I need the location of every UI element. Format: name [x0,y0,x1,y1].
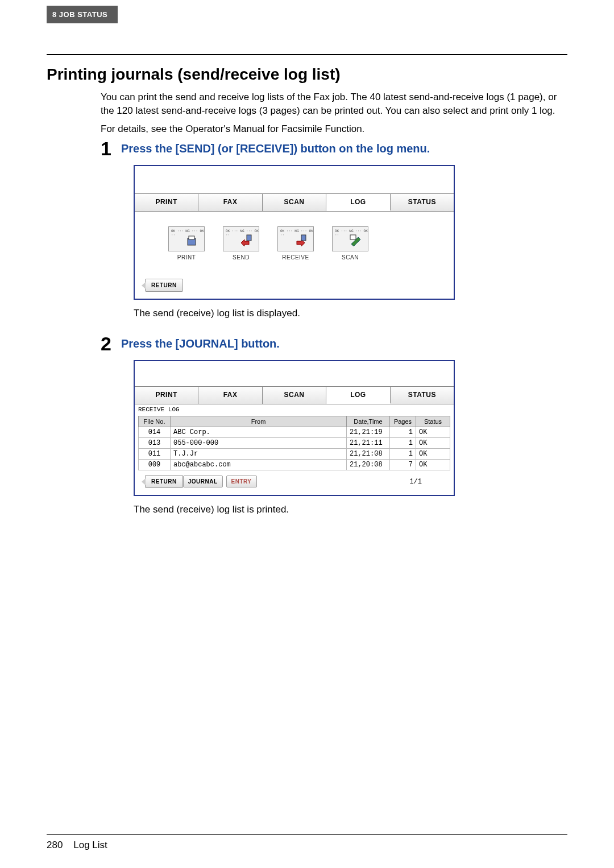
footer-section: Log List [73,840,107,850]
top-rule [47,54,567,55]
table-row[interactable]: 011 T.J.Jr 21,21:08 1 OK [139,449,450,460]
tab-row: PRINT FAX SCAN LOG STATUS [135,193,454,212]
table-row[interactable]: 013 055-000-000 21,21:11 1 OK [139,438,450,449]
return-button-2[interactable]: RETURN [145,475,183,488]
step-1-text: Press the [SEND] (or [RECEIVE]) button o… [121,139,430,155]
tab-print[interactable]: PRINT [135,194,198,211]
receive-log-sublabel: RECEIVE LOG [135,404,454,415]
send-log-icon: OK ··· NG ··· OK ·· [223,226,259,251]
tab-fax[interactable]: FAX [198,194,262,211]
chapter-header-tab: 8 JOB STATUS [47,6,118,23]
step-1-caption: The send (receive) log list is displayed… [134,308,567,319]
col-from: From [171,416,347,427]
tab2-print[interactable]: PRINT [135,387,198,404]
tab2-status[interactable]: STATUS [391,387,454,404]
step-2: 2 Press the [JOURNAL] button. [101,334,567,353]
pager-indicator: 1/1 [409,478,448,486]
scan-log-icon: OK ··· NG ··· OK ·· [332,226,368,251]
send-log-label: SEND [233,254,250,261]
entry-button[interactable]: ENTRY [226,476,257,487]
tab-status[interactable]: STATUS [391,194,454,211]
tab2-scan[interactable]: SCAN [263,387,326,404]
page-footer: 280 Log List [47,834,567,851]
print-log-label: PRINT [177,254,196,261]
col-pages: Pages [390,416,416,427]
log-send-button[interactable]: OK ··· NG ··· OK ·· SEND [219,226,263,261]
tab-scan[interactable]: SCAN [263,194,326,211]
journal-button[interactable]: JOURNAL [183,476,223,487]
step-2-text: Press the [JOURNAL] button. [121,334,280,350]
scan-log-label: SCAN [342,254,359,261]
intro-paragraph-1: You can print the send and receive log l… [101,90,567,118]
step-2-caption: The send (receive) log list is printed. [134,504,567,515]
log-receive-button[interactable]: OK ··· NG ··· OK ·· RECEIVE [273,226,318,261]
receive-log-panel: PRINT FAX SCAN LOG STATUS RECEIVE LOG Fi… [134,360,455,496]
col-status: Status [416,416,450,427]
step-1-number: 1 [101,139,118,158]
receive-log-label: RECEIVE [282,254,309,261]
col-fileno[interactable]: File No. [139,416,171,427]
receive-log-table: File No. From Date,Time Pages Status 014… [138,416,450,470]
log-menu-panel: PRINT FAX SCAN LOG STATUS OK ··· NG ··· … [134,165,455,300]
step-2-number: 2 [101,334,118,353]
return-button[interactable]: RETURN [145,279,183,292]
page-title: Printing journals (send/receive log list… [47,65,567,84]
footer-rule [47,834,567,835]
print-log-icon: OK ··· NG ··· OK ·· [168,226,205,251]
intro-paragraph-2: For details, see the Operator's Manual f… [101,122,567,136]
log-scan-button[interactable]: OK ··· NG ··· OK ·· SCAN [328,226,372,261]
page-number: 280 [47,840,63,850]
receive-log-icon: OK ··· NG ··· OK ·· [277,226,314,251]
col-datetime: Date,Time [347,416,390,427]
table-row[interactable]: 009 abc@abcabc.com 21,20:08 7 OK [139,460,450,470]
tab-row-2: PRINT FAX SCAN LOG STATUS [135,386,454,404]
tab2-fax[interactable]: FAX [198,387,262,404]
tab2-log[interactable]: LOG [326,387,390,404]
tab-log[interactable]: LOG [326,194,390,211]
icon-row: OK ··· NG ··· OK ·· PRINT OK ··· NG ··· … [135,212,454,275]
log-print-button[interactable]: OK ··· NG ··· OK ·· PRINT [164,226,209,261]
table-row[interactable]: 014 ABC Corp. 21,21:19 1 OK [139,427,450,438]
step-1: 1 Press the [SEND] (or [RECEIVE]) button… [101,139,567,158]
